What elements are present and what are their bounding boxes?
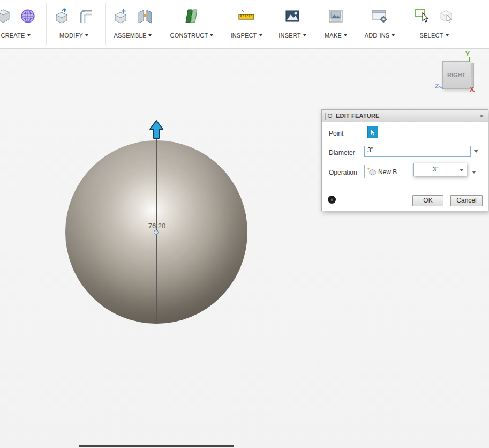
toolbar-divider [315,3,315,45]
insert-menu-label: INSERT [279,32,300,39]
toolbar-group-make: MAKE [316,0,356,48]
construction-plane-icon[interactable] [183,5,201,27]
viewcube[interactable]: RIGHT Y Z X [432,49,488,95]
create-menu-label: CREATE [1,32,25,39]
dialog-title: EDIT FEATURE [336,113,380,119]
modify-menu-label: MODIFY [59,32,83,39]
operation-value: New B [378,168,397,176]
toolbar-group-inspect: INSPECT [224,0,269,48]
fusion-app-window: CREATE MODIFY [0,0,489,448]
joint-icon[interactable] [136,5,154,27]
assemble-menu-button[interactable]: ASSEMBLE [114,32,152,39]
fillet-icon[interactable] [77,5,95,27]
toolbar-divider [355,3,355,45]
select-menu-label: SELECT [420,32,443,39]
z-axis-label: Z [435,83,439,90]
new-component-icon[interactable] [111,5,130,27]
dialog-title-bar[interactable]: ⊖ EDIT FEATURE » [322,110,488,122]
create-menu-button[interactable]: CREATE [1,32,30,39]
addins-menu-button[interactable]: ADD-INS [365,32,395,39]
select-window-cursor-icon[interactable] [413,5,431,27]
toolbar-divider [46,3,47,45]
operation-dropdown-icon [472,171,476,174]
measure-ruler-icon[interactable] [237,5,255,27]
inspect-menu-button[interactable]: INSPECT [230,32,262,39]
chevron-down-icon [303,34,306,36]
toolbar-group-insert: INSERT [271,0,314,48]
chevron-down-icon [392,34,395,36]
viewcube-axes-lines [432,49,488,95]
toolbar-group-select: SELECT [406,0,462,48]
dimension-dropdown-icon[interactable] [460,169,464,171]
operation-label: Operation [329,169,357,176]
dimension-value-text[interactable]: 3" [414,166,457,173]
make-menu-label: MAKE [325,32,342,39]
diameter-input[interactable]: 3" [364,146,471,157]
drag-manipulator-arrow[interactable] [148,120,165,141]
point-label: Point [329,130,343,137]
make-3d-print-icon[interactable] [327,5,345,27]
addins-gear-window-icon[interactable] [371,5,389,27]
diameter-dimension-label: 76.20 [137,222,177,230]
select-menu-button[interactable]: SELECT [420,32,449,39]
toolbar-divider [270,3,270,45]
collapse-icon[interactable]: ⊖ [327,112,333,120]
chevron-down-icon [259,34,262,36]
cancel-button[interactable]: Cancel [450,195,483,206]
dimension-value-input[interactable]: 3" [413,163,467,176]
create-sketch-icon[interactable] [0,5,12,27]
sphere-center-point[interactable] [154,230,159,235]
toolbar-group-assemble: ASSEMBLE [106,0,160,48]
chevron-down-icon [446,34,449,36]
modify-menu-button[interactable]: MODIFY [59,32,88,39]
toolbar-divider [223,3,223,45]
inspect-menu-label: INSPECT [230,32,257,39]
new-body-icon [367,167,376,178]
dialog-drag-grip-icon[interactable] [324,113,326,120]
toolbar-group-create: CREATE [0,0,47,48]
chevron-down-icon [27,34,31,36]
construct-menu-label: CONSTRUCT [170,32,208,39]
assemble-menu-label: ASSEMBLE [114,32,147,39]
toolbar-divider [164,3,164,45]
timeline-edge-bar [79,445,234,447]
toolbar-group-construct: CONSTRUCT [165,0,219,48]
press-pull-icon[interactable] [52,5,71,27]
point-select-button[interactable] [367,126,378,138]
diameter-dropdown-icon[interactable] [474,150,478,153]
edit-feature-dialog: ⊖ EDIT FEATURE » Point Diameter 3" Opera… [321,109,488,211]
make-menu-button[interactable]: MAKE [325,32,347,39]
info-icon[interactable]: i [328,196,336,204]
more-options-icon[interactable]: » [480,111,484,120]
dialog-separator [322,191,488,191]
cursor-icon [370,129,376,136]
select-body-cursor-icon[interactable] [438,5,456,27]
addins-menu-label: ADD-INS [365,32,390,39]
toolbar-group-modify: MODIFY [47,0,101,48]
x-axis-label: X [470,86,474,93]
insert-canvas-icon[interactable] [283,5,302,27]
chevron-down-icon [210,34,213,36]
sphere-primitive-icon[interactable] [19,5,37,27]
chevron-down-icon [85,34,88,36]
chevron-down-icon [344,34,347,36]
toolbar-group-addins: ADD-INS [358,0,402,48]
construct-menu-button[interactable]: CONSTRUCT [170,32,214,39]
insert-menu-button[interactable]: INSERT [279,32,306,39]
toolbar-divider [403,3,403,45]
chevron-down-icon [148,34,152,36]
ok-button[interactable]: OK [412,195,443,206]
main-toolbar: CREATE MODIFY [0,0,489,49]
y-axis-label: Y [465,50,470,58]
diameter-label: Diameter [329,149,355,156]
toolbar-divider [105,3,106,45]
